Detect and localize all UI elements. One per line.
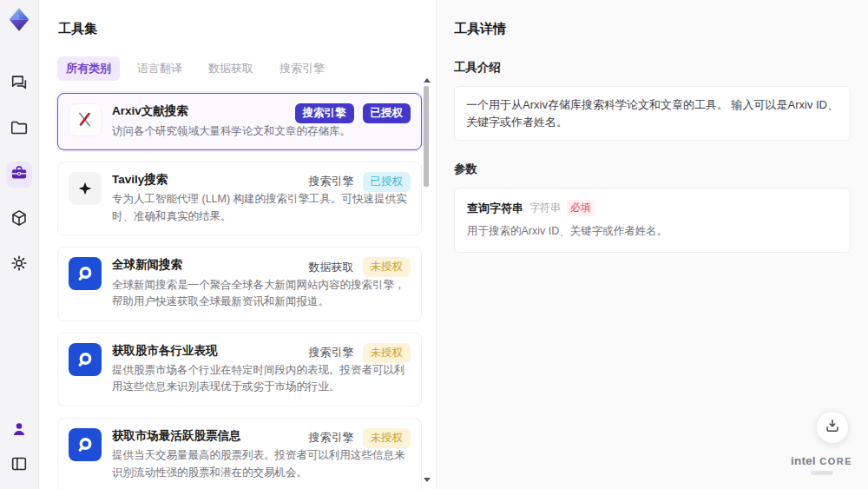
tool-description: 专为人工智能代理 (LLM) 构建的搜索引擎工具。可快速提供实时、准确和真实的结… (112, 191, 411, 225)
tool-card-arxiv[interactable]: Arxiv文献搜索 访问各个研究领域大量科学论文和文章的存储库。 搜索引擎 已授… (57, 93, 422, 150)
tool-card-active-stocks[interactable]: 获取市场最活跃股票信息 提供当天交易量最高的股票列表。投资者可以利用这些信息来识… (57, 418, 422, 489)
scrollbar-thumb[interactable] (424, 86, 429, 187)
app-window: 工具集 所有类别 语言翻译 数据获取 搜索引擎 Arxiv文献搜索 访问各个研究… (0, 0, 868, 489)
list-scrollbar[interactable] (423, 78, 430, 484)
category-label: 搜索引擎 (309, 345, 354, 360)
param-name: 查询字符串 (467, 201, 523, 216)
category-label: 搜索引擎 (309, 430, 354, 446)
detail-title: 工具详情 (454, 21, 851, 37)
status-badge: 已授权 (363, 172, 411, 192)
sidebar-item-tools[interactable] (6, 162, 32, 188)
app-logo-icon (6, 7, 32, 33)
tool-card-stock-industry[interactable]: 获取股市各行业表现 提供股票市场各个行业在特定时间段内的表现。投资者可以利用这些… (57, 333, 422, 406)
page-title: 工具集 (58, 21, 424, 37)
tool-intro-text: 一个用于从Arxiv存储库搜索科学论文和文章的工具。 输入可以是Arxiv ID… (454, 86, 851, 141)
params-heading: 参数 (454, 162, 851, 177)
intel-core-logo: intel core (791, 453, 852, 475)
intel-wordmark: intel (791, 454, 816, 467)
status-badge: 未授权 (363, 428, 411, 448)
icon-rail (0, 0, 39, 489)
category-badge: 搜索引擎 (295, 103, 354, 123)
status-badge: 已授权 (363, 103, 411, 123)
tool-card-list: Arxiv文献搜索 访问各个研究领域大量科学论文和文章的存储库。 搜索引擎 已授… (57, 93, 422, 489)
intro-heading: 工具介绍 (454, 60, 851, 76)
user-icon (10, 420, 29, 442)
magnifier-logo-icon (69, 257, 102, 290)
sidebar-item-chat[interactable] (6, 71, 32, 97)
gear-icon (10, 254, 29, 276)
download-button[interactable] (816, 411, 849, 444)
tool-description: 访问各个研究领域大量科学论文和文章的存储库。 (112, 123, 411, 140)
sidebar-item-files[interactable] (6, 116, 32, 142)
tab-all-categories[interactable]: 所有类别 (57, 56, 120, 81)
brand-sub-bar (811, 471, 833, 475)
tab-data-fetch[interactable]: 数据获取 (200, 56, 262, 81)
package-icon (10, 208, 29, 231)
tab-search-engine[interactable]: 搜索引擎 (271, 56, 333, 81)
param-description: 用于搜索的Arxiv ID、关键字或作者姓名。 (467, 224, 838, 239)
sidebar-item-settings[interactable] (6, 252, 32, 278)
scroll-up-arrow[interactable] (424, 78, 431, 83)
status-badge: 未授权 (363, 257, 411, 277)
magnifier-logo-icon (69, 428, 102, 461)
scroll-down-arrow[interactable] (424, 478, 431, 482)
param-required-badge: 必填 (567, 200, 595, 216)
param-type: 字符串 (529, 201, 561, 215)
category-tabs: 所有类别 语言翻译 数据获取 搜索引擎 (57, 56, 424, 81)
category-label: 数据获取 (309, 260, 354, 275)
tool-description: 提供当天交易量最高的股票列表。投资者可以利用这些信息来识别流动性强的股票和潜在的… (112, 447, 411, 481)
arxiv-logo-icon (69, 103, 102, 136)
tool-detail-panel: 工具详情 工具介绍 一个用于从Arxiv存储库搜索科学论文和文章的工具。 输入可… (436, 0, 868, 489)
core-wordmark: core (819, 456, 852, 466)
status-badge: 未授权 (363, 343, 411, 363)
category-label: 搜索引擎 (309, 174, 354, 189)
tool-description: 提供股票市场各个行业在特定时间段内的表现。投资者可以利用这些信息来识别表现优于或… (112, 362, 411, 396)
sidebar-toggle[interactable] (6, 453, 32, 479)
tab-translation[interactable]: 语言翻译 (128, 56, 191, 81)
toolbox-icon (10, 163, 29, 186)
folder-icon (10, 118, 29, 141)
tool-card-global-news[interactable]: 全球新闻搜索 全球新闻搜索是一个聚合全球各大新闻网站内容的搜索引擎，帮助用户快速… (57, 247, 422, 320)
tavily-star-icon (69, 172, 102, 205)
sidebar-item-account[interactable] (6, 418, 32, 444)
sidebar-item-packages[interactable] (6, 207, 32, 233)
tool-card-tavily[interactable]: Tavily搜索 专为人工智能代理 (LLM) 构建的搜索引擎工具。可快速提供实… (57, 162, 422, 235)
tool-description: 全球新闻搜索是一个聚合全球各大新闻网站内容的搜索引擎，帮助用户快速获取全球最新资… (112, 277, 411, 311)
download-icon (824, 417, 841, 438)
panel-toggle-icon (10, 454, 29, 477)
tool-list-panel: 工具集 所有类别 语言翻译 数据获取 搜索引擎 Arxiv文献搜索 访问各个研究… (39, 0, 436, 489)
parameter-card: 查询字符串 字符串 必填 用于搜索的Arxiv ID、关键字或作者姓名。 (454, 188, 851, 253)
magnifier-logo-icon (69, 343, 102, 376)
chat-icon (10, 73, 29, 96)
